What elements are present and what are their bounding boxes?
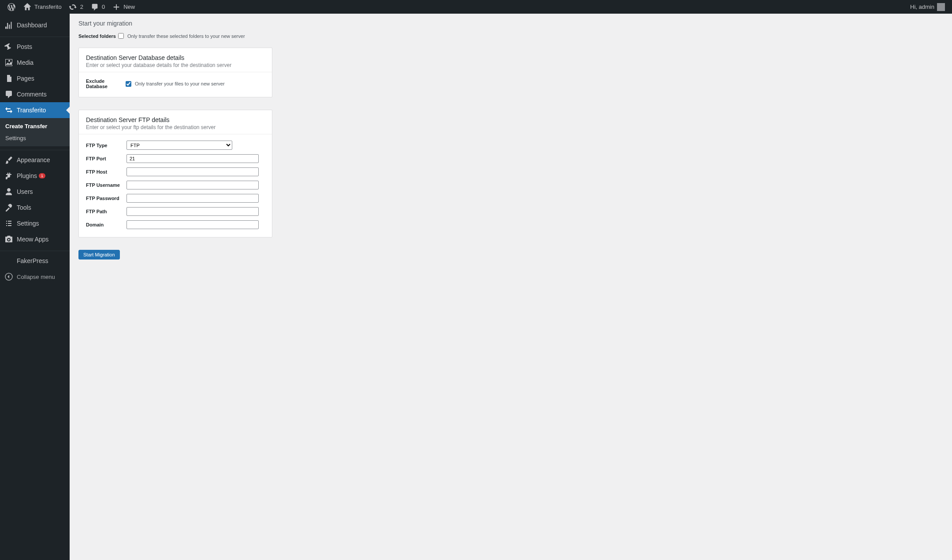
exclude-db-desc: Only transfer your files to your new ser… xyxy=(135,81,225,86)
sidebar-item-label: FakerPress xyxy=(17,257,48,264)
ftp-password-input[interactable] xyxy=(126,194,259,203)
ftp-host-input[interactable] xyxy=(126,167,259,176)
menu-separator xyxy=(0,148,70,150)
sidebar-submenu: Create Transfer Settings xyxy=(0,118,70,146)
ftp-username-input[interactable] xyxy=(126,181,259,189)
sidebar-item-label: Tools xyxy=(17,204,31,211)
update-icon xyxy=(69,3,78,11)
ftp-password-label: FTP Password xyxy=(86,196,126,201)
ftp-path-input[interactable] xyxy=(126,207,259,216)
wordpress-icon xyxy=(7,3,16,11)
account-link[interactable]: Hi, admin xyxy=(907,0,948,14)
plugin-icon xyxy=(4,171,13,180)
greeting-label: Hi, admin xyxy=(910,4,934,10)
sidebar-item-label: Posts xyxy=(17,43,32,50)
new-content-link[interactable]: New xyxy=(108,0,138,14)
camera-icon xyxy=(4,235,13,244)
comment-icon xyxy=(4,90,13,99)
menu-separator xyxy=(0,249,70,251)
sidebar-item-label: Media xyxy=(17,59,33,66)
media-icon xyxy=(4,58,13,67)
wrench-icon xyxy=(4,203,13,212)
sidebar-item-pages[interactable]: Pages xyxy=(0,70,70,86)
new-label: New xyxy=(123,4,135,10)
exclude-db-checkbox[interactable] xyxy=(126,81,131,87)
ftp-details-panel: Destination Server FTP details Enter or … xyxy=(78,110,272,237)
db-details-panel: Destination Server Database details Ente… xyxy=(78,48,272,97)
db-panel-subtitle: Enter or select your database details fo… xyxy=(86,62,265,68)
plus-icon xyxy=(112,3,121,11)
main-content: Start your migration Selected folders On… xyxy=(70,14,952,268)
sidebar-item-label: Pages xyxy=(17,75,34,82)
sidebar-item-label: Transferito xyxy=(17,107,46,114)
admin-bar: Transferito 2 0 New Hi, admin xyxy=(0,0,952,14)
sidebar-item-label: Appearance xyxy=(17,156,50,163)
sidebar-item-comments[interactable]: Comments xyxy=(0,86,70,102)
comment-icon xyxy=(90,3,99,11)
avatar xyxy=(937,3,945,11)
submenu-item-create-transfer[interactable]: Create Transfer xyxy=(0,120,70,132)
ftp-port-input[interactable] xyxy=(126,154,259,163)
sidebar-item-transferito[interactable]: Transferito xyxy=(0,102,70,118)
selected-folders-checkbox[interactable] xyxy=(118,33,124,39)
sidebar-item-meow-apps[interactable]: Meow Apps xyxy=(0,231,70,247)
divider xyxy=(79,72,272,72)
sidebar-item-users[interactable]: Users xyxy=(0,184,70,200)
sidebar-item-posts[interactable]: Posts xyxy=(0,39,70,55)
submenu-item-settings[interactable]: Settings xyxy=(0,132,70,144)
brush-icon xyxy=(4,156,13,164)
db-panel-title: Destination Server Database details xyxy=(86,54,265,61)
wp-logo[interactable] xyxy=(4,0,19,14)
sidebar-item-label: Users xyxy=(17,188,33,195)
menu-separator xyxy=(0,35,70,37)
selected-folders-label: Selected folders xyxy=(78,33,117,39)
sidebar-item-label: Dashboard xyxy=(17,22,47,29)
comments-link[interactable]: 0 xyxy=(87,0,108,14)
page-icon xyxy=(4,74,13,83)
generic-icon xyxy=(4,256,13,265)
sidebar-item-tools[interactable]: Tools xyxy=(0,200,70,215)
sidebar-item-label: Settings xyxy=(17,220,39,227)
user-icon xyxy=(4,187,13,196)
sliders-icon xyxy=(4,219,13,228)
sidebar-item-label: Plugins xyxy=(17,172,37,179)
ftp-port-label: FTP Port xyxy=(86,156,126,161)
pin-icon xyxy=(4,42,13,51)
ftp-path-label: FTP Path xyxy=(86,209,126,214)
sidebar-item-fakerpress[interactable]: FakerPress xyxy=(0,253,70,268)
site-name-label: Transferito xyxy=(34,4,62,10)
sidebar-item-appearance[interactable]: Appearance xyxy=(0,152,70,168)
exclude-db-label: Exclude Database xyxy=(86,78,125,89)
ftp-domain-input[interactable] xyxy=(126,220,259,229)
ftp-domain-label: Domain xyxy=(86,222,126,227)
start-migration-button[interactable]: Start Migration xyxy=(78,250,120,260)
sidebar-item-label: Comments xyxy=(17,91,47,98)
selected-folders-row: Selected folders Only transfer these sel… xyxy=(78,33,943,39)
sidebar-item-plugins[interactable]: Plugins 1 xyxy=(0,168,70,184)
comments-count: 0 xyxy=(102,4,105,10)
plugins-badge: 1 xyxy=(39,173,45,178)
page-title: Start your migration xyxy=(78,20,943,27)
site-name-link[interactable]: Transferito xyxy=(19,0,65,14)
sidebar-item-dashboard[interactable]: Dashboard xyxy=(0,17,70,33)
dashboard-icon xyxy=(4,21,13,30)
sidebar-item-label: Meow Apps xyxy=(17,236,48,243)
transfer-icon xyxy=(4,106,13,115)
ftp-type-label: FTP Type xyxy=(86,143,126,148)
ftp-type-select[interactable]: FTP xyxy=(126,141,232,150)
admin-sidebar: Dashboard Posts Media Pages Comments Tra… xyxy=(0,14,70,268)
ftp-panel-title: Destination Server FTP details xyxy=(86,116,265,123)
ftp-username-label: FTP Username xyxy=(86,182,126,188)
sidebar-item-settings[interactable]: Settings xyxy=(0,215,70,231)
updates-count: 2 xyxy=(80,4,83,10)
ftp-panel-subtitle: Enter or select your ftp details for the… xyxy=(86,124,265,130)
updates-link[interactable]: 2 xyxy=(65,0,87,14)
home-icon xyxy=(23,3,32,11)
sidebar-item-media[interactable]: Media xyxy=(0,55,70,70)
ftp-host-label: FTP Host xyxy=(86,169,126,174)
divider xyxy=(79,134,272,134)
selected-folders-desc: Only transfer these selected folders to … xyxy=(127,33,245,39)
